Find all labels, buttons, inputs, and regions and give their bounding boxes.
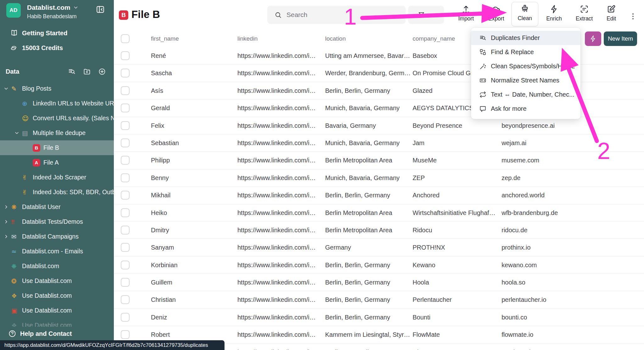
cell-location: Berlin Metropolitan Area <box>325 152 392 169</box>
row-checkbox[interactable] <box>121 191 130 200</box>
column-header-location[interactable]: location <box>325 30 346 47</box>
column-header-linkedin[interactable]: linkedin <box>237 30 258 47</box>
chevron-right-icon[interactable] <box>3 204 11 210</box>
cell-company_name: Hoola <box>413 274 429 291</box>
sidebar-item-datablist-user[interactable]: ❋Datablist User <box>0 200 114 214</box>
sidebar-item-credits[interactable]: 15003 Credits <box>0 42 114 54</box>
column-header-first_name[interactable]: first_name <box>151 30 179 47</box>
sidebar-item-label: Datablist User <box>22 203 60 211</box>
chevron-right-icon[interactable] <box>3 219 11 225</box>
sidebar-item-use-datablist-com[interactable]: ▣Use Datablist.com <box>0 303 114 318</box>
sidebar-item-multiple-file-dedupe[interactable]: ▤Multiple file dedupe <box>0 126 114 140</box>
sidebar-item-indeed-job-scraper[interactable]: ✌Indeed Job Scraper <box>0 170 114 185</box>
cell-linkedin: https://www.linkedin.com/i… <box>237 152 316 169</box>
cell-first_name: Mikhail <box>151 187 170 204</box>
more-options-icon[interactable] <box>629 10 637 23</box>
cell-location: Berlin, Berlin, Germany <box>325 82 390 99</box>
row-checkbox[interactable] <box>121 261 130 269</box>
row-checkbox[interactable] <box>121 173 130 182</box>
row-checkbox[interactable] <box>121 313 130 322</box>
row-checkbox[interactable] <box>121 86 130 95</box>
cell-location: Berlin Metropolitan Area <box>325 344 392 350</box>
sidebar-item-file-a[interactable]: AFile A <box>0 155 114 170</box>
collapse-sidebar-icon[interactable] <box>96 5 105 14</box>
sidebar-item-linkedin-urls-to-website-url[interactable]: ⊕LinkedIn URLs to Website URL <box>0 96 114 111</box>
card-file-box-icon: ▤ <box>22 130 33 136</box>
cell-website: bounti.co <box>502 309 527 326</box>
row-checkbox[interactable] <box>121 278 130 287</box>
chevron-down-icon[interactable] <box>14 130 22 136</box>
sidebar-item-use-datablist-com[interactable]: ❂Use Datablist.com <box>0 274 114 288</box>
avatar[interactable]: AD <box>6 3 21 18</box>
row-checkbox[interactable] <box>121 208 130 217</box>
cell-company_name: ZEP <box>413 169 425 186</box>
cell-location: Berlin Metropolitan Area <box>325 222 392 239</box>
menu-item-normalize-street-names[interactable]: Normalize Street Names <box>471 73 580 88</box>
chevron-down-icon[interactable] <box>3 86 11 92</box>
sidebar-item-help[interactable]: Help and Contact <box>0 327 114 341</box>
sidebar-item-use-datablist-com[interactable]: ❖Use Datablist.com <box>0 288 114 303</box>
toolbar-button-label: Clean <box>518 15 532 22</box>
menu-item-find-replace[interactable]: Find & Replace <box>471 45 580 59</box>
row-checkbox[interactable] <box>121 104 130 112</box>
menu-item-clean-spaces-symbols-html[interactable]: Clean Spaces/Symbols/HTML <box>471 59 580 73</box>
column-header-company_name[interactable]: company_name <box>413 30 455 47</box>
table-row: Felixhttps://www.linkedin.com/i…Bavaria,… <box>114 117 644 134</box>
cell-location: Berlin, Berlin, Germany <box>325 291 390 308</box>
cell-company_name: Glazed <box>413 82 432 99</box>
filter-button[interactable] <box>408 6 444 24</box>
input-field-icon <box>479 77 486 84</box>
cell-first_name: Dmitry <box>151 222 169 239</box>
export-button[interactable]: Export <box>483 3 509 25</box>
table-row: Bennyhttps://www.linkedin.com/i…Munich, … <box>114 169 644 187</box>
workspace-name[interactable]: Datablist.com <box>27 4 79 11</box>
row-checkbox[interactable] <box>121 51 130 60</box>
sidebar-item-datablist-com[interactable]: ❈Datablist.com <box>0 259 114 274</box>
cell-first_name: Deniz <box>151 309 167 326</box>
select-all-checkbox[interactable] <box>121 34 130 43</box>
folder-plus-icon[interactable] <box>83 68 91 76</box>
sidebar-item-getting-started[interactable]: Getting Started <box>0 27 114 39</box>
edit-button[interactable]: Edit <box>598 3 625 25</box>
row-checkbox[interactable] <box>121 295 130 304</box>
cell-website: flowmate.io <box>502 326 533 343</box>
sidebar-item-indeed-jobs-sdr-bdr-outbo[interactable]: ✌Indeed Jobs: SDR, BDR, Outbo <box>0 185 114 200</box>
wave-icon: ✌ <box>22 189 33 195</box>
genie-icon: ❈ <box>11 263 22 269</box>
cell-linkedin: https://www.linkedin.com/i… <box>237 291 316 308</box>
row-checkbox[interactable] <box>121 121 130 130</box>
sidebar-item-datablist-tests-demos[interactable]: ‼Datablist Tests/Demos <box>0 214 114 229</box>
sidebar-item-convert-urls-easily-sales-na[interactable]: ☺Convert URLs easily. (Sales Na <box>0 111 114 126</box>
sidebar-item-label: Multiple file dedupe <box>33 129 86 137</box>
row-checkbox[interactable] <box>121 156 130 165</box>
plus-circle-icon[interactable] <box>98 68 106 76</box>
import-button[interactable]: Import <box>453 3 479 25</box>
menu-item-text-date-number-chec[interactable]: Text ⇔ Date, Number, Chec... <box>471 88 580 102</box>
sidebar-item-datablist-campaigns[interactable]: ✉Datablist Campaigns <box>0 229 114 244</box>
menu-item-ask-for-more[interactable]: Ask for more <box>471 102 580 116</box>
globe-icon: ⊕ <box>22 100 33 107</box>
search-list-icon[interactable] <box>68 68 76 76</box>
chevron-right-icon[interactable] <box>3 234 11 240</box>
book-icon <box>10 29 18 37</box>
sidebar-item-file-b[interactable]: BFile B <box>0 140 114 155</box>
row-checkbox[interactable] <box>121 330 130 339</box>
row-checkbox[interactable] <box>121 69 130 77</box>
clean-button[interactable]: Clean <box>511 2 538 26</box>
cartwheel-icon: ❋ <box>11 204 22 210</box>
sidebar-item-datablist-com-emails[interactable]: ≈Datablist.com - Emails <box>0 244 114 259</box>
row-checkbox[interactable] <box>121 243 130 252</box>
menu-item-label: Ask for more <box>491 105 526 112</box>
cell-company_name: AEGYS DATALYTICS <box>413 99 473 116</box>
cell-linkedin: https://www.linkedin.com/i… <box>237 344 316 350</box>
sidebar-item-blog-posts[interactable]: ✎Blog Posts <box>0 81 114 96</box>
extract-button[interactable]: Extract <box>571 3 597 25</box>
row-checkbox[interactable] <box>121 226 130 234</box>
search-list-icon <box>479 34 486 42</box>
help-label: Help and Contact <box>20 330 72 337</box>
row-checkbox[interactable] <box>121 138 130 147</box>
menu-item-duplicates-finder[interactable]: Duplicates Finder <box>471 31 580 45</box>
search-input[interactable]: Search <box>267 6 406 24</box>
enrich-button[interactable]: Enrich <box>541 3 567 25</box>
chevron-spacer <box>14 174 22 181</box>
